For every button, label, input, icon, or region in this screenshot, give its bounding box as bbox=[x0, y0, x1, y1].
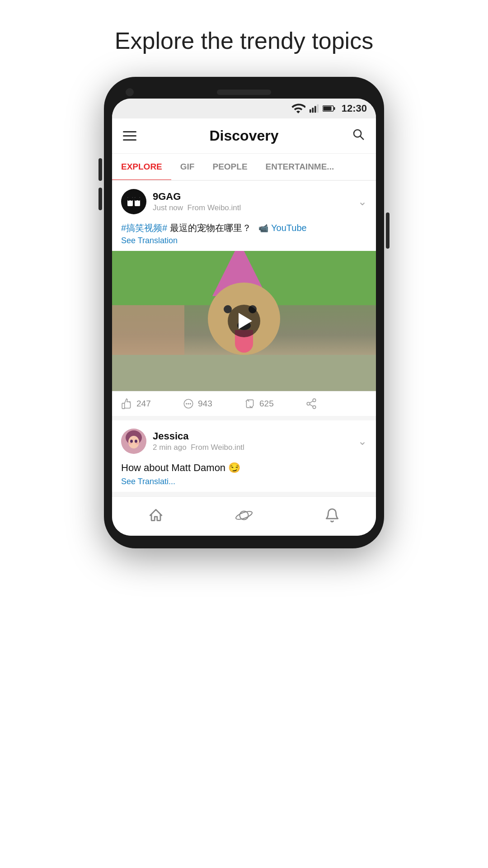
battery-icon bbox=[323, 105, 335, 112]
tab-gif[interactable]: GIF bbox=[171, 154, 204, 180]
svg-text:G: G bbox=[136, 199, 140, 205]
front-camera bbox=[126, 88, 134, 96]
svg-line-8 bbox=[360, 136, 363, 139]
phone-frame: 12:30 Discovery EXPLORE bbox=[104, 77, 384, 548]
status-time: 12:30 bbox=[342, 103, 367, 114]
phone-screen: 12:30 Discovery EXPLORE bbox=[112, 99, 376, 536]
post-username-9gag: 9GAG bbox=[153, 191, 241, 203]
svg-point-29 bbox=[128, 443, 132, 444]
hashtag-link[interactable]: #搞笑视频# bbox=[121, 223, 167, 233]
post-card-9gag: 9 G 9GAG Just now From Weibo.intl ⌄ bbox=[112, 181, 376, 416]
play-icon bbox=[239, 313, 252, 329]
see-translation-9gag[interactable]: See Translation bbox=[121, 236, 367, 245]
post-text-9gag: #搞笑视频# 最逗的宠物在哪里？ 📹 YouTube bbox=[121, 222, 367, 234]
post-menu-9gag[interactable]: ⌄ bbox=[358, 195, 367, 208]
post-text-jessica: How about Matt Damon 😏 bbox=[121, 461, 367, 475]
svg-point-27 bbox=[130, 440, 133, 443]
bottom-nav bbox=[112, 496, 376, 536]
play-button[interactable] bbox=[228, 305, 260, 337]
feed: 9 G 9GAG Just now From Weibo.intl ⌄ bbox=[112, 181, 376, 492]
post-header-jessica: Jessica 2 min ago From Weibo.intl ⌄ bbox=[112, 420, 376, 458]
svg-point-30 bbox=[136, 443, 139, 444]
svg-rect-2 bbox=[314, 106, 316, 113]
hamburger-menu-button[interactable] bbox=[123, 131, 136, 141]
svg-rect-5 bbox=[323, 107, 331, 111]
speaker bbox=[217, 90, 271, 95]
tab-explore[interactable]: EXPLORE bbox=[112, 154, 171, 180]
post-emoji-jessica: 😏 bbox=[228, 462, 240, 473]
like-button-9gag[interactable]: 247 bbox=[121, 398, 183, 410]
tab-people[interactable]: PEOPLE bbox=[203, 154, 256, 180]
status-icons: 12:30 bbox=[291, 101, 367, 116]
search-button[interactable] bbox=[352, 127, 365, 144]
svg-point-20 bbox=[307, 402, 310, 406]
svg-point-18 bbox=[190, 403, 191, 405]
svg-rect-3 bbox=[317, 104, 319, 113]
nav-home-button[interactable] bbox=[137, 504, 174, 527]
post-content-jessica: How about Matt Damon 😏 See Translati... bbox=[112, 458, 376, 492]
post-time-9gag: Just now From Weibo.intl bbox=[153, 203, 241, 212]
svg-line-23 bbox=[310, 401, 313, 403]
signal-icon bbox=[309, 104, 319, 113]
youtube-link[interactable]: YouTube bbox=[271, 223, 307, 233]
repost-button-9gag[interactable]: 625 bbox=[244, 398, 305, 410]
like-count-9gag: 247 bbox=[136, 399, 151, 409]
svg-rect-0 bbox=[310, 109, 311, 113]
volume-down-button[interactable] bbox=[99, 188, 102, 210]
svg-point-16 bbox=[186, 403, 187, 405]
power-button[interactable] bbox=[386, 212, 389, 249]
svg-point-28 bbox=[135, 440, 137, 443]
svg-point-19 bbox=[313, 399, 316, 402]
share-button-9gag[interactable] bbox=[305, 398, 367, 410]
comment-button-9gag[interactable]: 943 bbox=[183, 398, 244, 410]
page-heading: Explore the trendy topics bbox=[115, 27, 373, 54]
avatar-jessica bbox=[121, 429, 146, 454]
app-header: Discovery bbox=[112, 118, 376, 154]
post-content-9gag: #搞笑视频# 最逗的宠物在哪里？ 📹 YouTube See Translati… bbox=[112, 219, 376, 251]
comment-count-9gag: 943 bbox=[198, 399, 212, 409]
svg-line-22 bbox=[310, 405, 313, 406]
see-translation-jessica[interactable]: See Translati... bbox=[121, 477, 367, 486]
post-menu-jessica[interactable]: ⌄ bbox=[358, 435, 367, 448]
nav-notifications-button[interactable] bbox=[314, 504, 351, 527]
post-actions-9gag: 247 943 bbox=[112, 391, 376, 416]
svg-text:9: 9 bbox=[129, 199, 131, 205]
avatar-9gag: 9 G bbox=[121, 189, 146, 214]
volume-up-button[interactable] bbox=[99, 158, 102, 181]
post-time-jessica: 2 min ago From Weibo.intl bbox=[153, 443, 244, 452]
svg-point-21 bbox=[313, 406, 316, 409]
wifi-icon bbox=[291, 101, 305, 116]
svg-rect-6 bbox=[333, 107, 335, 110]
post-card-jessica: Jessica 2 min ago From Weibo.intl ⌄ How … bbox=[112, 420, 376, 492]
share-count-9gag: 625 bbox=[259, 399, 274, 409]
svg-rect-1 bbox=[312, 108, 314, 113]
nav-discover-button[interactable] bbox=[225, 503, 263, 528]
tab-entertainment[interactable]: ENTERTAINME... bbox=[257, 154, 343, 180]
svg-point-26 bbox=[128, 436, 139, 448]
app-title: Discovery bbox=[210, 127, 279, 144]
post-username-jessica: Jessica bbox=[153, 430, 244, 442]
tabs-bar: EXPLORE GIF PEOPLE ENTERTAINME... bbox=[112, 154, 376, 181]
post-header-9gag: 9 G 9GAG Just now From Weibo.intl ⌄ bbox=[112, 181, 376, 219]
status-bar: 12:30 bbox=[112, 99, 376, 118]
svg-point-17 bbox=[188, 403, 189, 405]
phone-notch bbox=[112, 90, 376, 95]
video-thumbnail-9gag[interactable] bbox=[112, 251, 376, 391]
